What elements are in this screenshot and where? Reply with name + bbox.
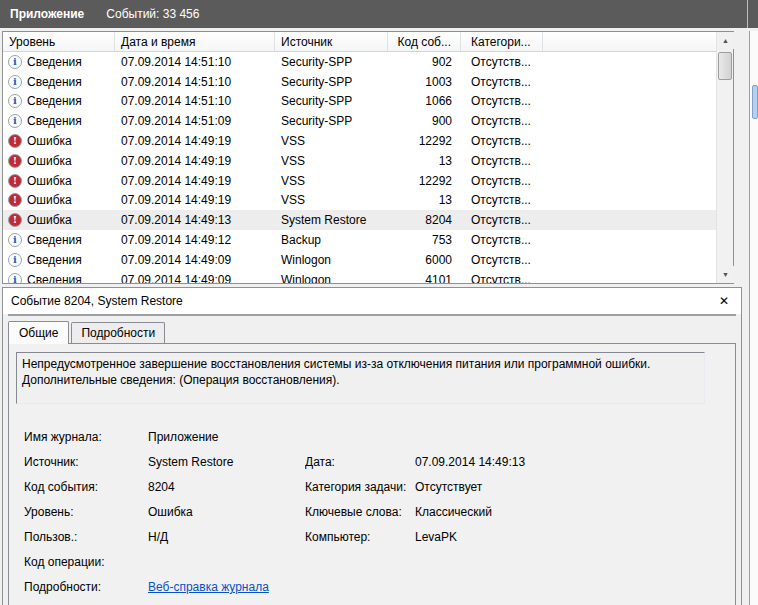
source-cell: Winlogon [275, 253, 388, 267]
date-value: 07.09.2014 14:49:13 [415, 455, 735, 480]
source-cell: Security-SPP [275, 75, 388, 89]
level-cell: iСведения [3, 273, 115, 283]
level-text: Сведения [27, 233, 82, 247]
event-description[interactable]: Непредусмотренное завершение восстановле… [16, 352, 705, 404]
datetime-cell: 07.09.2014 14:51:10 [115, 75, 275, 89]
category-cell: Отсутств... [461, 94, 543, 108]
table-row[interactable]: iСведения07.09.2014 14:49:09Winlogon6000… [3, 250, 716, 270]
table-row[interactable]: !Ошибка07.09.2014 14:49:19VSS12292Отсутс… [3, 171, 716, 191]
error-icon: ! [8, 134, 22, 148]
table-row[interactable]: !Ошибка07.09.2014 14:49:19VSS13Отсутств.… [3, 191, 716, 211]
level-cell: iСведения [3, 253, 115, 267]
datetime-cell: 07.09.2014 14:49:19 [115, 174, 275, 188]
table-row[interactable]: iСведения07.09.2014 14:51:10Security-SPP… [3, 52, 716, 72]
table-row[interactable]: !Ошибка07.09.2014 14:49:19VSS13Отсутств.… [3, 151, 716, 171]
level-text: Ошибка [27, 154, 72, 168]
datetime-cell: 07.09.2014 14:49:19 [115, 193, 275, 207]
preview-title: Событие 8204, System Restore [11, 294, 183, 308]
code-cell: 12292 [388, 174, 461, 188]
datetime-cell: 07.09.2014 14:49:09 [115, 273, 275, 283]
table-row[interactable]: iСведения07.09.2014 14:49:09Winlogon4101… [3, 270, 716, 283]
tab-details[interactable]: Подробности [71, 322, 165, 343]
category-cell: Отсутств... [461, 273, 543, 283]
source-cell: Security-SPP [275, 94, 388, 108]
category-cell: Отсутств... [461, 55, 543, 69]
scroll-up-icon[interactable]: ▲ [717, 32, 734, 49]
datetime-cell: 07.09.2014 14:49:19 [115, 154, 275, 168]
datetime-cell: 07.09.2014 14:51:10 [115, 55, 275, 69]
error-icon: ! [8, 154, 22, 168]
column-header-category[interactable]: Категори... [461, 32, 543, 51]
column-header-level[interactable]: Уровень [3, 32, 115, 51]
description-line-1: Непредусмотренное завершение восстановле… [22, 356, 699, 372]
level-text: Ошибка [27, 134, 72, 148]
log-name-value: Приложение [148, 430, 305, 455]
source-cell: Winlogon [275, 273, 388, 283]
category-cell: Отсутств... [461, 193, 543, 207]
datetime-cell: 07.09.2014 14:49:13 [115, 213, 275, 227]
table-row[interactable]: !Ошибка07.09.2014 14:49:19VSS12292Отсутс… [3, 131, 716, 151]
title-separator [8, 314, 736, 316]
source-cell: System Restore [275, 213, 388, 227]
close-icon[interactable]: ✕ [719, 294, 729, 308]
user-value: Н/Д [148, 530, 305, 555]
level-cell: iСведения [3, 114, 115, 128]
table-row[interactable]: iСведения07.09.2014 14:49:12Backup753Отс… [3, 230, 716, 250]
column-header-source[interactable]: Источник [275, 32, 388, 51]
task-category-value: Отсутствует [415, 480, 735, 505]
category-cell: Отсутств... [461, 174, 543, 188]
event-log-help-link[interactable]: Веб-справка журнала [148, 580, 269, 594]
source-label: Источник: [24, 455, 148, 480]
table-row[interactable]: iСведения07.09.2014 14:51:10Security-SPP… [3, 72, 716, 92]
category-cell: Отсутств... [461, 134, 543, 148]
info-icon: i [8, 55, 22, 69]
datetime-cell: 07.09.2014 14:49:19 [115, 134, 275, 148]
log-name-label: Имя журнала: [24, 430, 148, 455]
keywords-label: Ключевые слова: [305, 505, 415, 530]
details-label: Подробности: [24, 580, 148, 605]
code-cell: 13 [388, 193, 461, 207]
table-row[interactable]: !Ошибка07.09.2014 14:49:13System Restore… [3, 210, 716, 230]
info-icon: i [8, 253, 22, 267]
preview-tabs: Общие Подробности [3, 320, 741, 343]
level-cell: !Ошибка [3, 134, 115, 148]
info-icon: i [8, 273, 22, 283]
list-scrollbar[interactable]: ▲ ▼ [716, 32, 733, 283]
info-icon: i [8, 75, 22, 89]
info-icon: i [8, 114, 22, 128]
code-cell: 1066 [388, 94, 461, 108]
code-cell: 13 [388, 154, 461, 168]
category-cell: Отсутств... [461, 75, 543, 89]
code-cell: 902 [388, 55, 461, 69]
events-count: Событий: 33 456 [106, 7, 199, 21]
task-category-label: Категория задачи: [305, 480, 415, 505]
computer-value: LevaPK [415, 530, 735, 555]
column-header-event-code[interactable]: Код соб... [388, 32, 461, 51]
code-cell: 6000 [388, 253, 461, 267]
table-row[interactable]: iСведения07.09.2014 14:51:09Security-SPP… [3, 111, 716, 131]
column-header-filler [543, 32, 733, 51]
table-row[interactable]: iСведения07.09.2014 14:51:10Security-SPP… [3, 92, 716, 112]
datetime-cell: 07.09.2014 14:49:12 [115, 233, 275, 247]
tab-general[interactable]: Общие [8, 321, 69, 344]
code-cell: 900 [388, 114, 461, 128]
source-cell: Security-SPP [275, 114, 388, 128]
event-list-rows: iСведения07.09.2014 14:51:10Security-SPP… [3, 52, 716, 283]
level-text: Сведения [27, 273, 82, 283]
level-cell: !Ошибка [3, 213, 115, 227]
code-cell: 753 [388, 233, 461, 247]
scrollbar-thumb[interactable] [718, 52, 732, 80]
code-cell: 8204 [388, 213, 461, 227]
scroll-down-icon[interactable]: ▼ [717, 266, 734, 283]
pane-divider [747, 0, 748, 28]
error-icon: ! [8, 174, 22, 188]
column-header-datetime[interactable]: Дата и время [115, 32, 275, 51]
keywords-value: Классический [415, 505, 735, 530]
code-cell: 1003 [388, 75, 461, 89]
error-icon: ! [8, 213, 22, 227]
level-cell: iСведения [3, 233, 115, 247]
level-cell: iСведения [3, 94, 115, 108]
source-cell: VSS [275, 154, 388, 168]
category-cell: Отсутств... [461, 154, 543, 168]
log-name: Приложение [10, 7, 84, 21]
